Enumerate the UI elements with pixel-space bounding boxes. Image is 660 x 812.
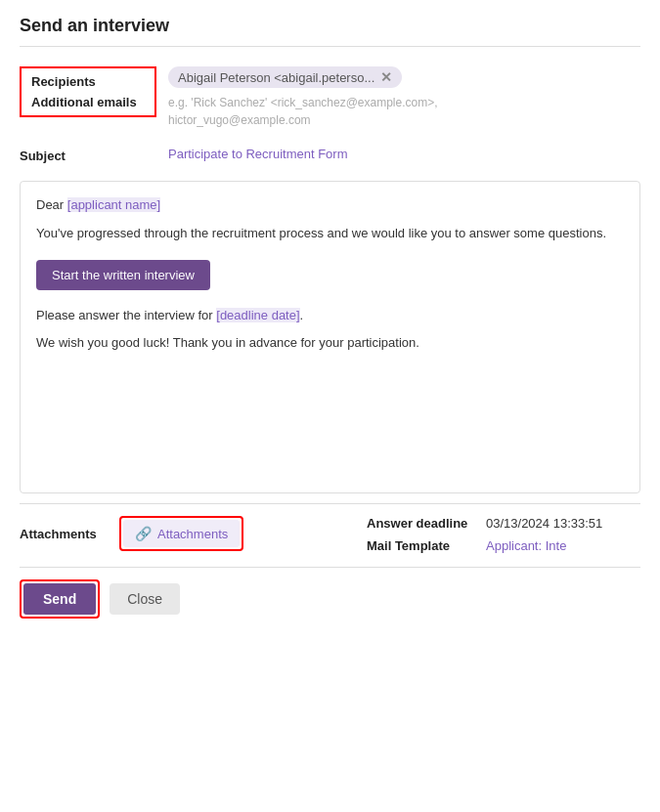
- recipients-row: Recipients Additional emails Abigail Pet…: [20, 59, 640, 137]
- recipients-additional-label-group: Recipients Additional emails: [20, 66, 156, 117]
- recipients-inputs: Abigail Peterson <abigail.peterso... ✕ e…: [168, 66, 640, 129]
- deadline-paragraph: Please answer the interview for [deadlin…: [36, 306, 624, 326]
- send-btn-wrapper: Send: [20, 579, 100, 619]
- recipient-tag[interactable]: Abigail Peterson <abigail.peterso... ✕: [168, 66, 402, 88]
- recipients-label: Recipients: [31, 74, 145, 89]
- applicant-name-placeholder: [applicant name]: [67, 197, 160, 212]
- attachments-left: Attachments 🔗 Attachments: [20, 516, 347, 551]
- send-button[interactable]: Send: [23, 583, 96, 615]
- form-section: Recipients Additional emails Abigail Pet…: [20, 59, 640, 171]
- subject-value: Participate to Recruitment Form: [168, 147, 348, 161]
- close-button[interactable]: Close: [110, 583, 180, 615]
- start-interview-button[interactable]: Start the written interview: [36, 260, 210, 290]
- closing-paragraph: We wish you good luck! Thank you in adva…: [36, 333, 624, 354]
- email-body-container: Dear [applicant name] You've progressed …: [20, 181, 640, 493]
- greeting-text: Dear: [36, 197, 67, 212]
- right-info: Answer deadline 03/13/2024 13:33:51 Mail…: [367, 516, 640, 553]
- deadline-suffix: .: [300, 308, 304, 322]
- page-title: Send an interview: [20, 16, 640, 47]
- additional-emails-label: Additional emails: [31, 95, 145, 109]
- deadline-prefix: Please answer the interview for: [36, 308, 216, 322]
- recipient-remove-icon[interactable]: ✕: [380, 69, 392, 85]
- paperclip-icon: 🔗: [135, 526, 152, 541]
- button-paragraph: Start the written interview: [36, 252, 624, 298]
- mail-template-row: Mail Template Applicant: Inte: [367, 538, 640, 553]
- subject-row: Subject Participate to Recruitment Form: [20, 137, 640, 171]
- footer-actions: Send Close: [20, 567, 640, 619]
- attachments-label: Attachments: [20, 527, 108, 541]
- attachments-btn-wrapper: 🔗 Attachments: [119, 516, 243, 551]
- additional-emails-input[interactable]: e.g. 'Rick Sanchez' <rick_sanchez@exampl…: [168, 94, 640, 129]
- bottom-section: Attachments 🔗 Attachments Answer deadlin…: [20, 503, 640, 553]
- answer-deadline-row: Answer deadline 03/13/2024 13:33:51: [367, 516, 640, 531]
- answer-deadline-label: Answer deadline: [367, 516, 474, 531]
- answer-deadline-value: 03/13/2024 13:33:51: [486, 516, 602, 531]
- mail-template-value[interactable]: Applicant: Inte: [486, 538, 566, 553]
- email-body: Dear [applicant name] You've progressed …: [36, 195, 624, 354]
- attachments-btn-label: Attachments: [157, 527, 228, 541]
- subject-label: Subject: [20, 145, 156, 163]
- recipient-tag-text: Abigail Peterson <abigail.peterso...: [178, 70, 374, 85]
- deadline-placeholder: [deadline date]: [216, 308, 299, 322]
- attachments-button[interactable]: 🔗 Attachments: [123, 520, 240, 547]
- recipients-tags: Abigail Peterson <abigail.peterso... ✕: [168, 66, 640, 88]
- intro-paragraph: You've progressed through the recruitmen…: [36, 224, 624, 244]
- greeting-paragraph: Dear [applicant name]: [36, 195, 624, 216]
- mail-template-label: Mail Template: [367, 538, 474, 553]
- page-container: Send an interview Recipients Additional …: [0, 0, 660, 634]
